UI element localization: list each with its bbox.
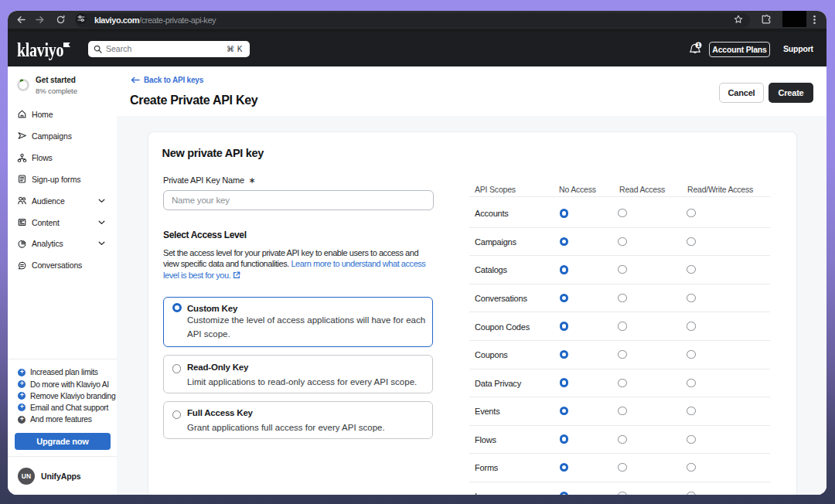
svg-text:1: 1 xyxy=(697,42,700,49)
